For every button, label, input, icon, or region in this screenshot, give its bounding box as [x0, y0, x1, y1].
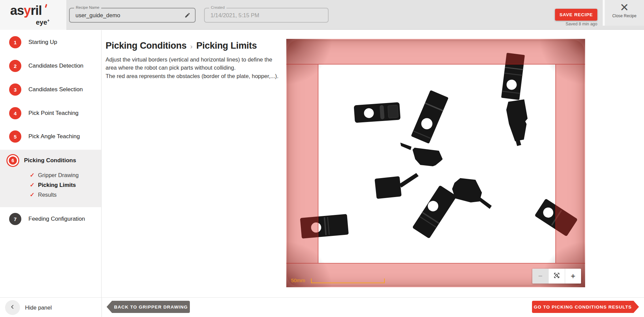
pencil-icon: [184, 14, 191, 19]
scale-label: 50mm: [291, 277, 305, 283]
part-silhouette: [354, 102, 400, 123]
step-number-badge: 2: [9, 60, 21, 72]
footer-bar: Hide panel BACK TO GRIPPER DRAWING GO TO…: [0, 297, 644, 317]
step-number-badge: 5: [9, 130, 21, 143]
breadcrumb: Picking Conditions › Picking Limits: [106, 41, 257, 51]
picking-limit-left[interactable]: [286, 65, 318, 263]
scale-bar: [311, 278, 385, 283]
sidebar-subitem-label: Picking Limits: [38, 182, 76, 188]
sidebar-item-pick-point-teaching[interactable]: 4 Pick Point Teaching: [0, 107, 101, 119]
sidebar-item-candidates-detection[interactable]: 2 Candidates Detection: [0, 60, 101, 72]
sidebar-subitem-label: Gripper Drawing: [38, 172, 79, 178]
description-paragraph: The red area represents the obstacles (b…: [106, 72, 280, 80]
logo-zone: asyril eye+: [0, 0, 66, 30]
save-recipe-button[interactable]: SAVE RECIPE: [555, 9, 597, 21]
header: asyril eye+ Recipe Name user_guide_demo …: [0, 0, 644, 30]
zoom-out-button[interactable]: −: [532, 269, 548, 284]
hide-panel-button[interactable]: [5, 300, 20, 315]
sidebar-subitem-results[interactable]: ✓ Results: [0, 191, 101, 199]
sidebar-item-starting-up[interactable]: 1 Starting Up: [0, 36, 101, 48]
step-number-badge: 3: [9, 83, 21, 96]
go-to-picking-conditions-results-button[interactable]: GO TO PICKING CONDITIONS RESULTS: [532, 301, 634, 313]
sidebar-item-label: Starting Up: [28, 39, 57, 46]
fit-to-view-icon: [553, 271, 560, 281]
sidebar-item-feeding-configuration[interactable]: 7 Feeding Configuration: [0, 213, 101, 225]
picking-limit-top[interactable]: [286, 39, 585, 65]
sidebar-item-label: Candidates Detection: [28, 63, 84, 69]
sidebar-item-label: Candidates Selection: [28, 86, 83, 93]
asyril-eye-logo: asyril eye+: [10, 3, 61, 27]
camera-image-viewer: 50mm − +: [286, 39, 585, 287]
close-icon: ✕: [605, 0, 644, 15]
recipe-name-value[interactable]: user_guide_demo: [75, 8, 120, 22]
logo-brand-text: asyril: [10, 3, 42, 18]
sidebar-item-picking-conditions[interactable]: 6 Picking Conditions: [0, 153, 101, 168]
sidebar-item-candidates-selection[interactable]: 3 Candidates Selection: [0, 83, 101, 96]
step-number-badge: 1: [9, 36, 21, 48]
sidebar-item-pick-angle-teaching[interactable]: 5 Pick Angle Teaching: [0, 130, 101, 143]
close-recipe-label: Close Recipe: [605, 14, 644, 18]
part-silhouette: [413, 148, 443, 166]
sidebar-subitem-label: Results: [38, 192, 57, 198]
part-silhouette: [411, 90, 448, 144]
check-icon: ✓: [30, 172, 35, 179]
sidebar-subitem-picking-limits[interactable]: ✓ Picking Limits: [0, 181, 101, 189]
logo-accent-mark: [45, 4, 47, 8]
hide-panel-label[interactable]: Hide panel: [25, 298, 52, 317]
saved-status: Saved 8 min ago: [541, 22, 597, 26]
footer-divider: [102, 298, 102, 317]
description-paragraph: Adjust the virtual borders (vertical and…: [106, 55, 280, 72]
part-silhouette: [375, 176, 402, 199]
back-to-gripper-drawing-button[interactable]: BACK TO GRIPPER DRAWING: [112, 301, 190, 313]
recipe-name-field[interactable]: Recipe Name user_guide_demo: [69, 8, 196, 23]
step-number-badge: 4: [9, 107, 21, 119]
chevron-right-icon: ›: [190, 42, 193, 50]
part-silhouette: [452, 178, 482, 202]
logo-sub-text: eye+: [36, 18, 49, 26]
close-recipe-button[interactable]: ✕ Close Recipe: [605, 0, 644, 26]
breadcrumb-section: Picking Conditions: [106, 41, 186, 51]
created-field: Created 1/14/2021, 5:15 PM: [204, 8, 329, 23]
step-number-badge: 7: [9, 213, 21, 225]
wizard-sidebar: 1 Starting Up 2 Candidates Detection 3 C…: [0, 30, 102, 297]
page-title: Picking Limits: [196, 41, 257, 51]
part-silhouette: [399, 173, 419, 188]
sidebar-item-label: Pick Angle Teaching: [28, 133, 80, 140]
sidebar-subitem-gripper-drawing[interactable]: ✓ Gripper Drawing: [0, 171, 101, 179]
zoom-in-button[interactable]: +: [565, 269, 581, 284]
sidebar-item-label: Picking Conditions: [24, 157, 76, 164]
part-silhouette: [506, 99, 528, 141]
zoom-controls: − +: [532, 269, 581, 284]
chevron-left-icon: [10, 304, 15, 311]
sidebar-item-label: Pick Point Teaching: [28, 110, 79, 117]
detected-parts-silhouettes: [286, 39, 585, 287]
part-silhouette: [400, 143, 412, 150]
fit-to-view-button[interactable]: [548, 269, 564, 284]
step-number-badge: 6: [7, 155, 18, 166]
check-icon: ✓: [30, 191, 35, 198]
part-silhouette: [478, 197, 492, 209]
page-description: Adjust the virtual borders (vertical and…: [106, 55, 280, 80]
part-silhouette: [412, 185, 457, 239]
created-value: 1/14/2021, 5:15 PM: [210, 8, 259, 22]
picking-limit-right[interactable]: [555, 65, 585, 263]
edit-recipe-name-button[interactable]: [183, 11, 192, 20]
check-icon: ✓: [30, 181, 35, 189]
sidebar-item-label: Feeding Configuration: [28, 216, 85, 222]
